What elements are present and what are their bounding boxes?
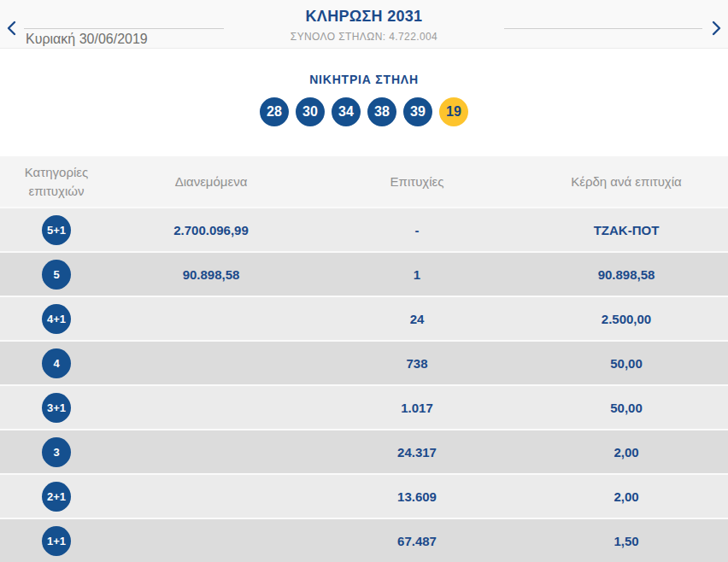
category-badge: 3 xyxy=(42,437,71,467)
winning-number-ball: 28 xyxy=(260,97,289,126)
wins-cell: 67.487 xyxy=(309,534,525,548)
table-row: 3 24.317 2,00 xyxy=(0,429,728,473)
wins-cell: 1 xyxy=(309,267,525,282)
table-row: 2+1 13.609 2,00 xyxy=(0,473,728,518)
prize-cell: 50,00 xyxy=(525,401,728,415)
category-badge: 3+1 xyxy=(42,393,71,423)
column-header-prize-per-win: Κέρδη ανά επιτυχία xyxy=(525,174,728,189)
winning-number-ball: 39 xyxy=(403,97,432,126)
category-cell: 5 xyxy=(0,260,113,290)
winning-number-ball: 38 xyxy=(367,97,396,126)
prize-cell: 2,00 xyxy=(525,489,728,504)
prize-cell: 2,00 xyxy=(525,445,728,460)
wins-cell: 1.017 xyxy=(309,401,525,415)
category-cell: 2+1 xyxy=(0,482,113,512)
category-badge: 4 xyxy=(42,348,71,378)
results-table: Κατηγορίες επιτυχιών Διανεμόμενα Επιτυχί… xyxy=(0,156,728,562)
table-row: 5+1 2.700.096,99 - ΤΖΑΚ-ΠΟΤ xyxy=(0,207,728,251)
wins-cell: 738 xyxy=(309,356,525,371)
category-cell: 3+1 xyxy=(0,393,113,423)
column-header-distributed: Διανεμόμενα xyxy=(113,174,309,189)
table-row: 4+1 24 2.500,00 xyxy=(0,296,728,340)
prize-cell: 2.500,00 xyxy=(525,312,728,326)
category-cell: 4+1 xyxy=(0,304,113,334)
table-row: 5 90.898,58 1 90.898,58 xyxy=(0,251,728,296)
wins-cell: 13.609 xyxy=(309,489,525,504)
category-badge: 5+1 xyxy=(42,215,71,245)
winning-column-title: ΝΙΚΗΤΡΙΑ ΣΤΗΛΗ xyxy=(0,49,728,86)
winning-numbers: 283034383919 xyxy=(0,97,728,126)
winning-column-section: ΝΙΚΗΤΡΙΑ ΣΤΗΛΗ 283034383919 xyxy=(0,49,728,156)
category-cell: 4 xyxy=(0,348,113,378)
category-badge: 4+1 xyxy=(42,304,71,334)
prize-cell: 50,00 xyxy=(525,356,728,371)
column-header-wins: Επιτυχίες xyxy=(309,174,525,189)
total-columns-label: ΣΥΝΟΛΟ ΣΤΗΛΩΝ: 4.722.004 xyxy=(0,31,728,43)
draw-header: Κυριακή 30/06/2019 ΚΛΗΡΩΣΗ 2031 ΣΥΝΟΛΟ Σ… xyxy=(0,0,728,49)
category-badge: 2+1 xyxy=(42,482,71,512)
prize-cell: 90.898,58 xyxy=(525,267,728,282)
wins-cell: 24 xyxy=(309,312,525,326)
category-cell: 3 xyxy=(0,437,113,467)
winning-number-ball: 30 xyxy=(296,97,325,126)
results-table-header: Κατηγορίες επιτυχιών Διανεμόμενα Επιτυχί… xyxy=(0,156,728,207)
table-row: 4 738 50,00 xyxy=(0,340,728,384)
prize-cell: 1,50 xyxy=(525,534,728,548)
wins-cell: 24.317 xyxy=(309,445,525,460)
category-badge: 5 xyxy=(42,260,71,290)
draw-title: ΚΛΗΡΩΣΗ 2031 xyxy=(0,8,728,26)
table-row: 1+1 67.487 1,50 xyxy=(0,518,728,562)
winning-number-ball: 34 xyxy=(332,97,361,126)
table-row: 3+1 1.017 50,00 xyxy=(0,384,728,429)
column-header-categories: Κατηγορίες επιτυχιών xyxy=(0,163,113,201)
distributed-cell: 90.898,58 xyxy=(113,267,309,282)
category-badge: 1+1 xyxy=(42,526,71,556)
prize-cell: ΤΖΑΚ-ΠΟΤ xyxy=(525,223,728,237)
category-cell: 5+1 xyxy=(0,215,113,245)
category-cell: 1+1 xyxy=(0,526,113,556)
wins-cell: - xyxy=(309,223,525,237)
distributed-cell: 2.700.096,99 xyxy=(113,223,309,237)
joker-number-ball: 19 xyxy=(439,97,468,126)
